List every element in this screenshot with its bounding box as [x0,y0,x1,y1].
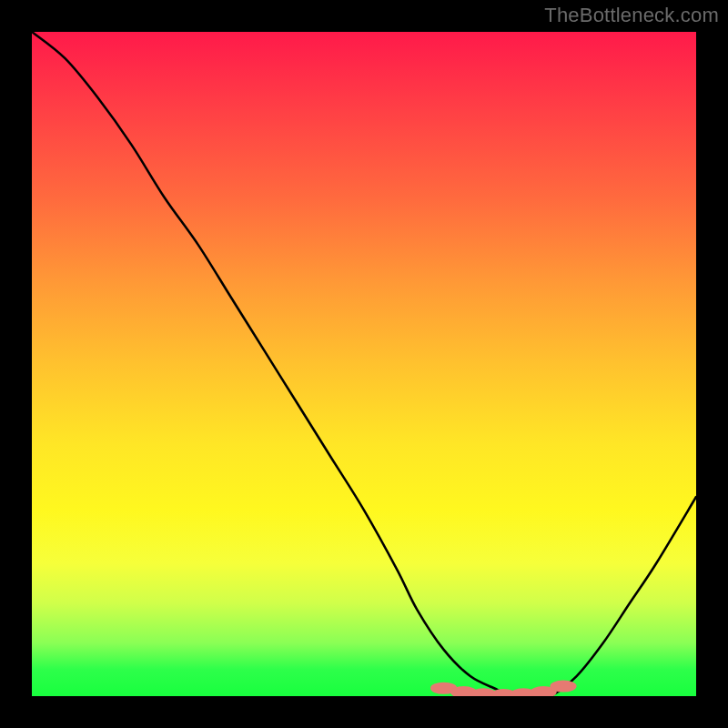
minimum-markers [430,680,577,696]
curve-line [32,32,696,696]
watermark-text: TheBottleneck.com [544,4,719,27]
marker-dot [550,680,576,692]
chart-frame: TheBottleneck.com [0,0,728,728]
chart-svg [32,32,696,696]
plot-area [32,32,696,696]
